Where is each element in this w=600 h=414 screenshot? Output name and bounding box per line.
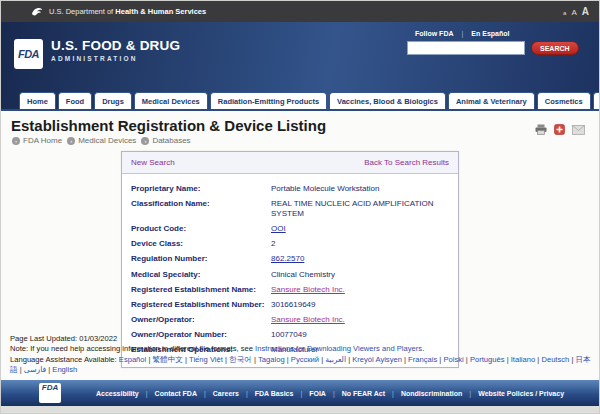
new-search-link[interactable]: New Search <box>131 158 175 167</box>
viewers-players-link[interactable]: Instructions for Downloading Viewers and… <box>255 344 422 353</box>
record-value: Portable Molecule Workstation <box>271 184 449 194</box>
note-period: . <box>422 344 424 353</box>
language-link[interactable]: Deutsch <box>539 355 569 364</box>
hhs-eagle-icon <box>31 6 43 18</box>
nav-tab-food[interactable]: Food <box>58 92 92 109</box>
footer-notes: Page Last Updated: 01/03/2022 Note: If y… <box>10 334 596 376</box>
record-label: Regulation Number: <box>131 254 271 264</box>
nav-tab-home[interactable]: Home <box>19 92 56 109</box>
text-size-controls: a A A <box>563 6 589 17</box>
record-label: Proprietary Name: <box>131 184 271 194</box>
record-row: Product Code:OOI <box>131 221 449 236</box>
breadcrumb: ›FDA Home›Medical Devices›Databases <box>12 136 191 145</box>
footer-link[interactable]: FOIA <box>309 390 326 397</box>
record-label: Medical Specialty: <box>131 270 271 280</box>
nav-tab-drugs[interactable]: Drugs <box>94 92 132 109</box>
language-link[interactable]: Русский <box>289 355 319 364</box>
language-link[interactable]: English <box>50 365 77 374</box>
record-row: Regulation Number:862.2570 <box>131 252 449 267</box>
record-row: Registered Establishment Name:Sansure Bi… <box>131 282 449 297</box>
fda-device-listing-page: U.S. Department of Health & Human Servic… <box>0 0 600 414</box>
footer-link[interactable]: Accessibility <box>96 390 139 397</box>
fda-banner: FDA U.S. FOOD & DRUG ADMINISTRATION Foll… <box>1 22 599 111</box>
nav-tab-medical-devices[interactable]: Medical Devices <box>134 92 208 109</box>
footer-link[interactable]: Nondiscrimination <box>401 390 462 397</box>
language-link[interactable]: Português <box>468 355 505 364</box>
divider: | <box>333 390 335 397</box>
nav-tabs: HomeFoodDrugsMedical DevicesRadiation-Em… <box>19 92 600 109</box>
language-link[interactable]: Kreyòl Ayisyen <box>350 355 402 364</box>
nav-tab-vaccines-blood-biologics[interactable]: Vaccines, Blood & Biologics <box>329 92 446 109</box>
divider: | <box>300 390 302 397</box>
breadcrumb-arrow-icon: › <box>12 137 20 145</box>
en-espanol-link[interactable]: En Español <box>471 30 509 37</box>
bottom-strip <box>1 406 599 414</box>
divider: | <box>462 30 464 37</box>
language-link[interactable]: Tiếng Việt <box>187 355 223 364</box>
email-icon[interactable] <box>572 121 585 139</box>
footer-bar: FDA Accessibility|Contact FDA|Careers|FD… <box>1 380 599 406</box>
share-icon[interactable] <box>554 121 565 139</box>
language-link[interactable]: Italiano <box>509 355 536 364</box>
language-link[interactable]: Tagalog <box>256 355 285 364</box>
breadcrumb-databases[interactable]: ›Databases <box>141 136 190 145</box>
record-label: Device Class: <box>131 239 271 249</box>
page-title: Establishment Registration & Device List… <box>11 117 326 134</box>
record-row: Medical Specialty:Clinical Chemistry <box>131 267 449 282</box>
hhs-top-bar: U.S. Department of Health & Human Servic… <box>1 1 599 22</box>
language-assistance-label: Language Assistance Available: <box>10 355 117 364</box>
language-link[interactable]: العربية <box>323 355 346 364</box>
breadcrumb-label: Databases <box>152 136 190 145</box>
language-link[interactable]: Français <box>406 355 437 364</box>
language-link[interactable]: Español <box>119 355 146 364</box>
footer-link[interactable]: Contact FDA <box>155 390 197 397</box>
footer-link[interactable]: No FEAR Act <box>342 390 385 397</box>
page-last-updated: Page Last Updated: 01/03/2022 <box>10 334 596 344</box>
print-icon[interactable] <box>535 121 547 139</box>
divider: | <box>469 390 471 397</box>
record-row: Device Class:2 <box>131 237 449 252</box>
back-to-search-results-link[interactable]: Back To Search Results <box>364 158 449 167</box>
fda-logo[interactable]: FDA <box>14 39 43 69</box>
text-size-large-button[interactable]: A <box>582 6 589 17</box>
nav-tab-cosmetics[interactable]: Cosmetics <box>537 92 591 109</box>
record-label: Classification Name: <box>131 199 271 209</box>
footer-link[interactable]: Careers <box>213 390 239 397</box>
banner-title-sub: ADMINISTRATION <box>51 55 180 62</box>
record-value: Clinical Chemistry <box>271 270 449 280</box>
search-button[interactable]: SEARCH <box>531 41 579 55</box>
breadcrumb-label: FDA Home <box>23 136 62 145</box>
breadcrumb-arrow-icon: › <box>67 137 75 145</box>
banner-title-main: U.S. FOOD & DRUG <box>51 38 180 53</box>
divider: | <box>146 390 148 397</box>
file-formats-note: Note: If you need help accessing informa… <box>10 344 596 354</box>
record-value[interactable]: 862.2570 <box>271 254 449 264</box>
record-value[interactable]: Sansure Biotech Inc. <box>271 285 449 295</box>
page-action-icons <box>535 121 585 139</box>
record-value: 3016619649 <box>271 300 449 310</box>
search-input[interactable] <box>407 41 525 55</box>
record-label: Registered Establishment Number: <box>131 300 271 310</box>
nav-tab-radiation-emitting-products[interactable]: Radiation-Emitting Products <box>210 92 327 109</box>
nav-tab-tobacco-products[interactable]: Tobacco Products <box>593 92 600 109</box>
nav-tab-animal-veterinary[interactable]: Animal & Veterinary <box>448 92 535 109</box>
text-size-medium-button[interactable]: A <box>571 8 576 17</box>
language-link[interactable]: 繁體中文 <box>150 355 183 364</box>
note-text: Note: If you need help accessing informa… <box>10 344 255 353</box>
footer-link[interactable]: Website Policies / Privacy <box>478 390 564 397</box>
agency-title: U.S. Department of Health & Human Servic… <box>49 7 206 16</box>
language-link[interactable]: Polski <box>441 355 463 364</box>
footer-links: Accessibility|Contact FDA|Careers|FDA Ba… <box>36 390 564 397</box>
text-size-small-button[interactable]: a <box>563 10 566 16</box>
breadcrumb-medical-devices[interactable]: ›Medical Devices <box>67 136 136 145</box>
follow-fda-link[interactable]: Follow FDA <box>415 30 454 37</box>
footer-fda-logo[interactable]: FDA <box>39 383 61 403</box>
language-link[interactable]: فارسی <box>22 365 46 374</box>
breadcrumb-fda-home[interactable]: ›FDA Home <box>12 136 62 145</box>
record-panel-header: New Search Back To Search Results <box>122 152 458 174</box>
record-value[interactable]: OOI <box>271 224 449 234</box>
record-label: Product Code: <box>131 224 271 234</box>
record-value[interactable]: Sansure Biotech Inc. <box>271 315 449 325</box>
footer-link[interactable]: FDA Basics <box>255 390 294 397</box>
language-link[interactable]: 한국어 <box>227 355 252 364</box>
